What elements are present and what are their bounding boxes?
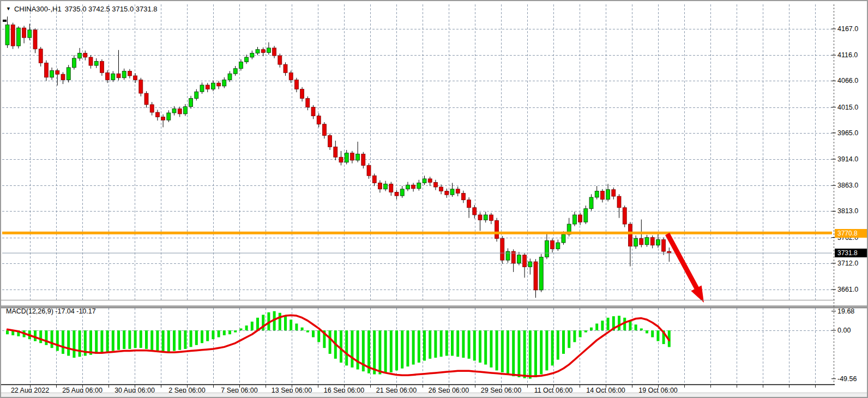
macd-bar <box>150 330 153 350</box>
macd-bar <box>89 330 92 355</box>
macd-bar <box>445 330 448 356</box>
bear-candle <box>217 83 221 86</box>
bear-candle <box>551 240 554 249</box>
bull-candle <box>211 83 215 89</box>
macd-bar <box>195 330 198 345</box>
macd-bar <box>218 330 220 337</box>
macd-bar <box>329 330 331 354</box>
panel-borders <box>1 4 868 385</box>
bull-candle <box>517 255 521 263</box>
macd-bar <box>256 318 259 330</box>
bull-candle <box>200 85 204 92</box>
bull-candle <box>256 50 260 53</box>
bear-candle <box>495 220 499 238</box>
macd-bar <box>618 316 620 330</box>
bear-candle <box>628 224 632 246</box>
bull-candle <box>245 57 249 62</box>
macd-bar <box>401 330 403 369</box>
macd-histogram-layer <box>6 311 671 379</box>
symbol-dropdown-icon[interactable]: ▼ <box>6 7 11 11</box>
macd-bar <box>106 330 109 352</box>
chart-header: ▼ CHINA300-,H1 3735.0 3742.5 3715.0 3731… <box>6 5 158 13</box>
macd-bar <box>496 330 498 370</box>
bull-candle <box>5 25 9 45</box>
macd-bar <box>190 330 192 347</box>
chart-canvas[interactable]: 4167.04116.04066.04015.03965.03914.03863… <box>1 1 867 397</box>
bull-candle <box>28 30 32 38</box>
macd-bar <box>239 328 242 330</box>
bear-candle <box>534 262 538 290</box>
macd-bar <box>512 330 515 376</box>
trend-arrow[interactable] <box>667 234 704 303</box>
bull-candle <box>423 179 426 183</box>
bear-candle <box>289 73 293 80</box>
macd-axis-label: 19.68 <box>837 307 854 315</box>
macd-bar <box>223 330 226 335</box>
macd-bar <box>73 330 75 358</box>
bear-candle <box>294 80 298 89</box>
macd-bar <box>201 330 203 343</box>
bear-candle <box>600 191 604 200</box>
bull-candle <box>111 74 115 80</box>
bear-candle <box>33 30 37 49</box>
macd-bar <box>51 330 53 348</box>
macd-label-text: MACD(12,26,9) <box>6 307 53 315</box>
bull-candle <box>562 234 565 243</box>
macd-bar <box>656 330 659 341</box>
macd-bar <box>462 330 465 358</box>
symbol-period-label: CHINA300-,H1 <box>14 5 62 13</box>
macd-bar <box>584 330 587 333</box>
bull-candle <box>189 99 193 107</box>
bull-candle <box>172 108 176 113</box>
price-axis-label: 4116.0 <box>837 51 858 59</box>
bear-candle <box>473 208 477 215</box>
bear-candle <box>612 190 616 196</box>
macd-axis-label: 0.00 <box>837 327 851 334</box>
macd-bar <box>373 330 376 375</box>
macd-bar <box>529 330 532 379</box>
orange-level-price-tag: 3770.8 <box>835 229 868 238</box>
bear-candle <box>117 74 120 78</box>
macd-bar <box>279 313 281 330</box>
macd-bar <box>351 330 353 367</box>
macd-bar <box>301 328 304 330</box>
price-axis-label: 4167.0 <box>837 25 858 33</box>
header-ohlc-values: 3735.0 3742.5 3715.0 3731.8 <box>65 5 158 13</box>
macd-bar <box>117 330 120 350</box>
macd-bar <box>128 330 131 349</box>
bear-candle <box>22 28 26 38</box>
macd-bar <box>434 330 437 358</box>
bear-candle <box>433 183 437 188</box>
bull-candle <box>94 62 98 66</box>
chart-svg[interactable]: 4167.04116.04066.04015.03965.03914.03863… <box>1 1 868 398</box>
macd-bar <box>423 330 426 360</box>
macd-bar <box>507 330 509 375</box>
macd-bar <box>468 330 471 359</box>
macd-bar <box>79 330 81 357</box>
macd-bar <box>357 330 359 370</box>
macd-bar <box>156 330 159 351</box>
macd-bar <box>184 330 186 349</box>
bear-candle <box>439 187 443 191</box>
macd-bar <box>523 330 526 378</box>
macd-bar <box>551 330 554 365</box>
bear-candle <box>640 238 643 244</box>
price-axis[interactable]: 4167.04116.04066.04015.03965.03914.03863… <box>831 25 858 383</box>
bear-candle <box>155 112 159 117</box>
macd-bar <box>234 330 237 333</box>
bear-candle <box>389 184 393 192</box>
macd-bar <box>640 328 643 330</box>
macd-bar <box>295 323 298 330</box>
macd-bar <box>312 330 315 337</box>
macd-bar <box>451 330 454 356</box>
window-bottom-edge <box>1 393 867 397</box>
bear-candle <box>412 185 415 189</box>
macd-bar <box>440 330 443 357</box>
bull-candle <box>72 58 76 68</box>
bear-candle <box>300 89 304 99</box>
macd-bar <box>284 316 287 330</box>
bull-candle <box>183 107 187 114</box>
bull-candle <box>345 153 348 162</box>
macd-bar <box>390 330 393 372</box>
macd-bar <box>162 330 165 352</box>
